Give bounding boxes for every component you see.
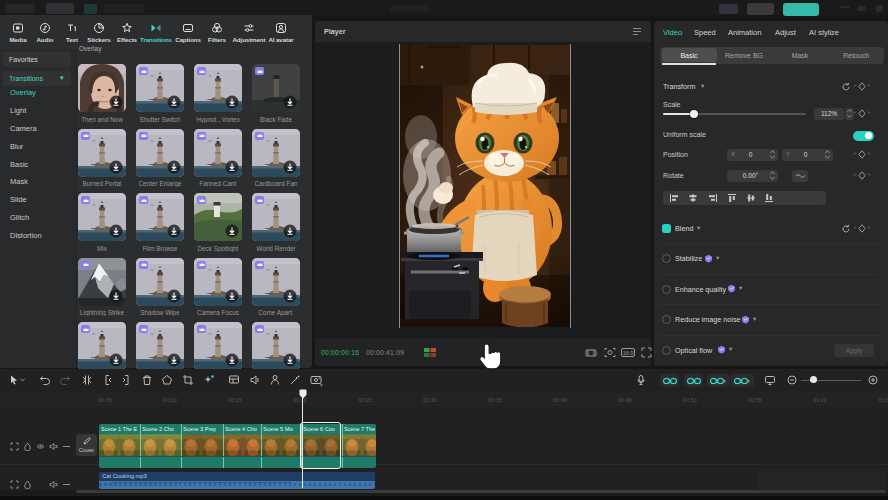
svg-text:16:9: 16:9	[623, 350, 634, 356]
